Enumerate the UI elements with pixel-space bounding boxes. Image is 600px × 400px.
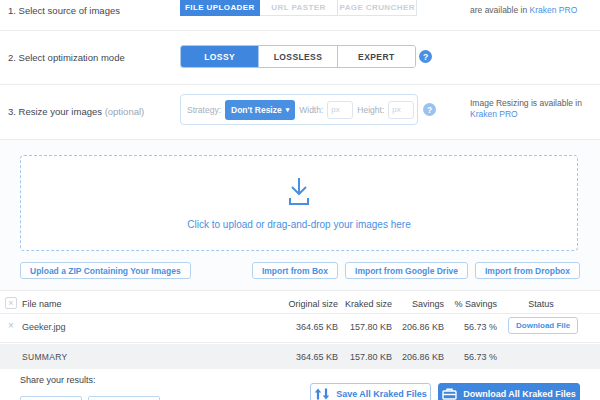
kraken-optimizer-page: 1. Select source of images FILE UPLOADER… [0, 0, 600, 400]
chevron-down-icon: ▾ [286, 106, 290, 114]
mode-lossy-button[interactable]: LOSSY [181, 46, 258, 67]
save-all-label: Save All Kraked Files [336, 389, 427, 399]
divider [0, 84, 600, 85]
resize-pro-note: Image Resizing is available in Kraken PR… [470, 98, 582, 120]
save-arrows-icon [314, 388, 330, 400]
source-tabs: FILE UPLOADER URL PASTER PAGE CRUNCHER [180, 0, 417, 16]
divider [0, 290, 600, 291]
help-icon[interactable]: ? [419, 50, 432, 63]
clear-all-icon[interactable]: × [5, 297, 17, 309]
mode-expert-button[interactable]: EXPERT [337, 46, 415, 67]
file-name: Geeker.jpg [22, 322, 66, 332]
download-all-label: Download All Kraked Files [463, 389, 576, 399]
pct-savings-value: 56.73 % [432, 322, 497, 332]
kraken-pro-link[interactable]: Kraken PRO [530, 5, 578, 15]
dropzone-text: Click to upload or drag-and-drop your im… [187, 219, 410, 230]
pro-note-text: are available in [470, 5, 530, 15]
remove-file-icon[interactable]: × [8, 320, 14, 331]
col-header-file-name: File name [22, 299, 62, 309]
tab-url-paster[interactable]: URL PASTER [260, 0, 339, 16]
share-button[interactable] [88, 396, 160, 400]
step2-label: 2. Select optimization mode [8, 52, 125, 63]
step3-label: 3. Resize your images (optional) [8, 106, 144, 117]
mode-lossless-button[interactable]: LOSSLESS [258, 46, 336, 67]
height-input[interactable] [388, 101, 414, 119]
download-file-button[interactable]: Download File [508, 317, 578, 334]
divider [0, 30, 600, 31]
resize-note-line1: Image Resizing is available in [470, 98, 582, 108]
share-button[interactable] [20, 396, 82, 400]
download-all-kraked-files-button[interactable]: Download All Kraked Files [438, 383, 580, 400]
help-icon[interactable]: ? [423, 103, 436, 116]
import-box-button[interactable]: Import from Box [252, 262, 338, 279]
kraken-pro-link[interactable]: Kraken PRO [470, 109, 518, 119]
upload-dropzone[interactable]: Click to upload or drag-and-drop your im… [20, 155, 578, 251]
tab-page-cruncher[interactable]: PAGE CRUNCHER [338, 0, 417, 16]
divider [0, 342, 600, 343]
step3-label-optional: (optional) [105, 106, 145, 117]
strategy-dropdown[interactable]: Don't Resize ▾ [225, 100, 295, 120]
summary-pct-savings: 56.73 % [432, 352, 497, 362]
import-buttons: Import from Box Import from Google Drive… [252, 262, 580, 279]
divider [0, 313, 600, 314]
step3-label-main: 3. Resize your images [8, 106, 102, 117]
step1-label: 1. Select source of images [8, 5, 120, 16]
upload-section: Click to upload or drag-and-drop your im… [0, 139, 600, 290]
resize-controls: Strategy: Don't Resize ▾ Width: Height: [180, 94, 418, 125]
strategy-label: Strategy: [187, 105, 221, 115]
import-dropbox-button[interactable]: Import from Dropbox [475, 262, 580, 279]
tab-file-uploader[interactable]: FILE UPLOADER [180, 0, 260, 16]
col-header-pct-savings: % Savings [432, 299, 497, 309]
height-label: Height: [357, 105, 384, 115]
archive-icon [442, 388, 457, 400]
width-input[interactable] [327, 101, 353, 119]
download-arrow-icon [280, 176, 318, 210]
save-all-kraked-files-button[interactable]: Save All Kraked Files [310, 383, 431, 400]
import-google-drive-button[interactable]: Import from Google Drive [345, 262, 468, 279]
share-results-label: Share your results: [20, 375, 96, 385]
pro-note: are available in Kraken PRO [470, 5, 577, 16]
optimization-mode-group: LOSSY LOSSLESS EXPERT [180, 45, 416, 68]
summary-row: SUMMARY 364.65 KB 157.80 KB 206.86 KB 56… [0, 344, 600, 369]
width-label: Width: [299, 105, 323, 115]
summary-label: SUMMARY [22, 352, 67, 362]
col-header-status: Status [500, 299, 582, 309]
strategy-value: Don't Resize [231, 105, 282, 115]
upload-zip-button[interactable]: Upload a ZIP Containing Your Images [20, 262, 191, 279]
